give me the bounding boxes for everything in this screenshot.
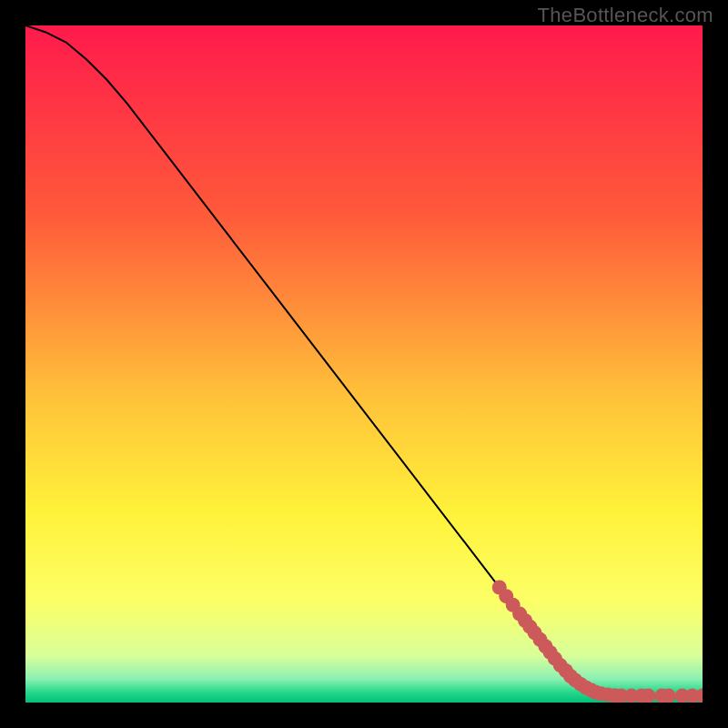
chart-container: TheBottleneck.com	[0, 0, 728, 728]
gradient-background	[25, 25, 703, 703]
chart-svg	[25, 25, 703, 703]
data-point-marker	[641, 689, 655, 703]
watermark-text: TheBottleneck.com	[538, 4, 713, 27]
plot-area	[25, 25, 703, 703]
data-point-marker	[662, 689, 676, 703]
